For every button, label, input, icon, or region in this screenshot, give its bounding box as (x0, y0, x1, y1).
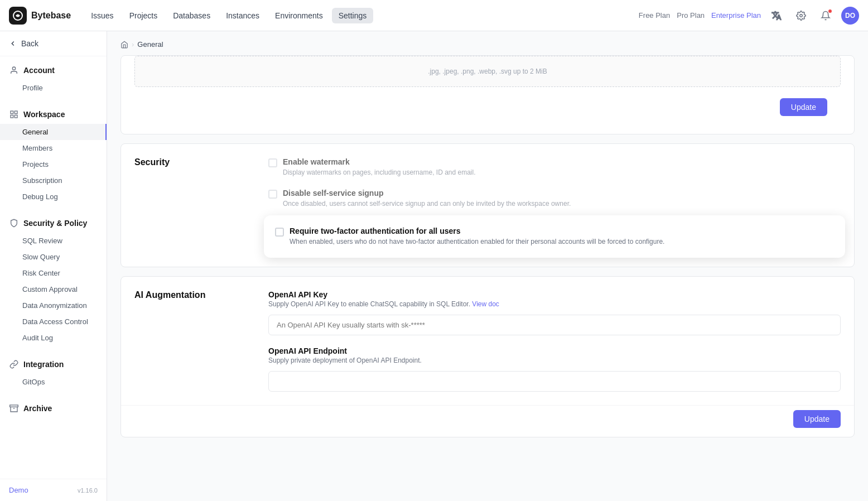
disable-signup-desc: Once disabled, users cannot self-service… (283, 200, 571, 208)
disable-signup-checkbox[interactable] (268, 190, 277, 199)
sidebar-item-data-access-control[interactable]: Data Access Control (0, 314, 107, 330)
ai-section-row: AI Augmentation OpenAI API Key Supply Op… (121, 277, 854, 406)
security-title-col: Security (134, 157, 246, 253)
upload-update-btn-area: Update (134, 94, 841, 125)
sidebar-section-header-integration[interactable]: Integration (0, 355, 107, 374)
two-factor-checkbox[interactable] (275, 228, 284, 237)
checkbox-2fa: Require two-factor authentication for al… (275, 227, 834, 247)
settings-icon-btn[interactable] (792, 7, 810, 25)
nav-links: Issues Projects Databases Instances Envi… (84, 8, 639, 23)
sidebar-item-members[interactable]: Members (0, 140, 107, 156)
back-button[interactable]: Back (0, 31, 107, 56)
sidebar-section-header-security[interactable]: Security & Policy (0, 214, 107, 233)
sidebar-section-account: Account Profile (0, 56, 107, 100)
grid-icon (9, 109, 19, 119)
sidebar-item-projects[interactable]: Projects (0, 156, 107, 172)
demo-label[interactable]: Demo (9, 486, 28, 494)
free-plan-link[interactable]: Free Plan (639, 11, 670, 20)
nav-instances[interactable]: Instances (219, 8, 266, 23)
security-section: Security Enable watermark Display waterm… (120, 143, 855, 267)
nav-environments[interactable]: Environments (268, 8, 330, 23)
topnav-right: Free Plan Pro Plan Enterprise Plan DO (639, 7, 859, 25)
security-content: Enable watermark Display watermarks on p… (268, 157, 841, 253)
svg-rect-3 (15, 111, 17, 114)
sidebar-section-integration: Integration GitOps (0, 350, 107, 394)
upload-dropzone[interactable]: .jpg, .jpeg, .png, .webp, .svg up to 2 M… (134, 56, 841, 87)
top-navigation: Bytebase Issues Projects Databases Insta… (0, 0, 868, 31)
nav-projects[interactable]: Projects (123, 8, 165, 23)
sidebar-item-subscription[interactable]: Subscription (0, 172, 107, 189)
sidebar: Back Account Profile (0, 31, 107, 501)
settings-container: .jpg, .jpeg, .png, .webp, .svg up to 2 M… (107, 55, 868, 460)
breadcrumb-sep: › (132, 40, 134, 49)
sidebar-section-header-workspace[interactable]: Workspace (0, 105, 107, 124)
openai-endpoint-desc: Supply private deployment of OpenAI API … (268, 357, 841, 364)
openai-key-input[interactable] (268, 315, 841, 335)
person-icon (9, 65, 19, 75)
nav-settings[interactable]: Settings (332, 8, 374, 23)
home-icon[interactable] (120, 41, 128, 49)
svg-rect-6 (10, 405, 18, 407)
notification-icon-btn[interactable] (817, 7, 835, 25)
ai-update-btn-area: Update (121, 406, 854, 437)
openai-key-desc: Supply OpenAI API Key to enable ChatSQL … (268, 300, 841, 308)
main-content: › General .jpg, .jpeg, .png, .webp, .svg… (107, 31, 868, 501)
enable-watermark-label: Enable watermark (283, 157, 476, 166)
openai-key-label: OpenAI API Key (268, 290, 841, 299)
app-logo[interactable]: Bytebase (9, 7, 71, 25)
breadcrumb: › General (107, 31, 868, 55)
checkbox-enable-watermark: Enable watermark Display watermarks on p… (268, 157, 841, 177)
breadcrumb-current: General (137, 40, 163, 49)
pro-plan-link[interactable]: Pro Plan (677, 11, 705, 20)
version-label: v1.16.0 (78, 487, 98, 494)
nav-databases[interactable]: Databases (166, 8, 217, 23)
sidebar-item-risk-center[interactable]: Risk Center (0, 265, 107, 281)
logo-upload-section: .jpg, .jpeg, .png, .webp, .svg up to 2 M… (120, 55, 855, 134)
disable-signup-label: Disable self-service signup (283, 189, 571, 197)
svg-rect-5 (15, 115, 17, 118)
view-doc-link[interactable]: View doc (472, 300, 499, 308)
sidebar-section-security-policy: Security & Policy SQL Review Slow Query … (0, 209, 107, 350)
sidebar-section-archive: Archive (0, 394, 107, 422)
sidebar-item-general[interactable]: General (0, 124, 107, 140)
notification-dot (828, 9, 832, 13)
user-avatar[interactable]: DO (841, 7, 859, 25)
sidebar-item-slow-query[interactable]: Slow Query (0, 249, 107, 265)
back-arrow-icon (9, 40, 17, 47)
openai-endpoint-group: OpenAI API Endpoint Supply private deplo… (268, 346, 841, 392)
translate-icon (771, 11, 782, 21)
ai-title: AI Augmentation (134, 290, 246, 300)
openai-key-group: OpenAI API Key Supply OpenAI API Key to … (268, 290, 841, 335)
svg-rect-4 (11, 115, 13, 118)
ai-update-button[interactable]: Update (793, 410, 841, 428)
nav-issues[interactable]: Issues (84, 8, 120, 23)
sidebar-item-profile[interactable]: Profile (0, 80, 107, 96)
sidebar-section-header-account[interactable]: Account (0, 61, 107, 80)
security-title: Security (134, 157, 246, 167)
sidebar-item-audit-log[interactable]: Audit Log (0, 330, 107, 346)
sidebar-item-sql-review[interactable]: SQL Review (0, 233, 107, 249)
sidebar-section-header-archive[interactable]: Archive (0, 399, 107, 418)
sidebar-item-data-anonymization[interactable]: Data Anonymization (0, 297, 107, 314)
sidebar-footer: Demo v1.16.0 (0, 479, 107, 501)
app-name: Bytebase (31, 11, 71, 21)
translate-icon-btn[interactable] (768, 7, 785, 25)
sidebar-item-debug-log[interactable]: Debug Log (0, 189, 107, 205)
openai-endpoint-input[interactable] (268, 371, 841, 392)
ai-content: OpenAI API Key Supply OpenAI API Key to … (268, 290, 841, 392)
two-factor-desc: When enabled, users who do not have two-… (290, 238, 664, 245)
sidebar-item-gitops[interactable]: GitOps (0, 374, 107, 390)
upload-update-button[interactable]: Update (780, 98, 827, 116)
security-row: Security Enable watermark Display waterm… (121, 144, 854, 267)
sidebar-item-custom-approval[interactable]: Custom Approval (0, 281, 107, 297)
enterprise-plan-link[interactable]: Enterprise Plan (711, 11, 761, 20)
link-icon (9, 359, 19, 369)
shield-icon (9, 218, 19, 228)
archive-icon (9, 403, 19, 413)
openai-endpoint-label: OpenAI API Endpoint (268, 346, 841, 355)
enable-watermark-checkbox[interactable] (268, 158, 277, 167)
gear-icon (796, 11, 806, 21)
two-factor-label: Require two-factor authentication for al… (290, 227, 664, 235)
sidebar-section-workspace: Workspace General Members Projects Subsc… (0, 100, 107, 209)
upload-hint: .jpg, .jpeg, .png, .webp, .svg up to 2 M… (428, 68, 547, 75)
